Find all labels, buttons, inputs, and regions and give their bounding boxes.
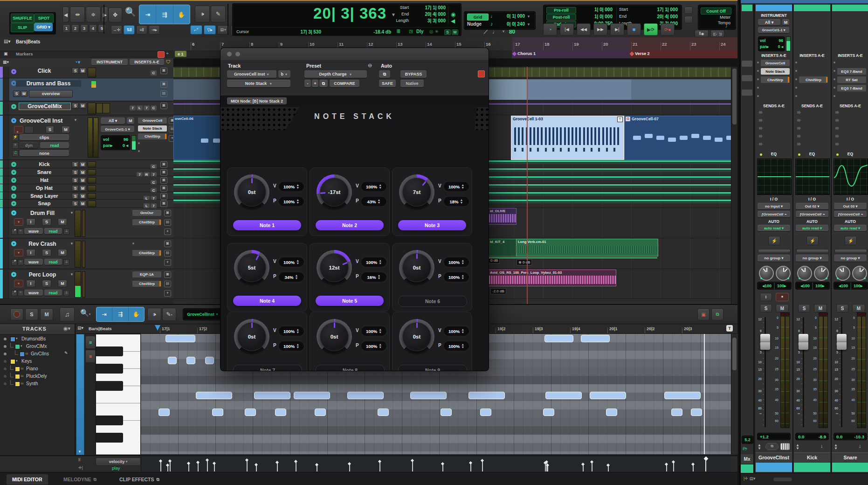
black-key[interactable] (96, 433, 123, 443)
velocity-diamond[interactable] (411, 459, 414, 462)
grid-dropdown[interactable]: ▼ (527, 14, 530, 19)
velocity-diamond[interactable] (206, 458, 209, 462)
midi-zoom-strip[interactable]: ▼ (76, 334, 84, 455)
mic-icon[interactable]: 🎤 (11, 229, 17, 235)
clip-long-verb[interactable]: Long Verb.cm-01 (516, 239, 658, 256)
midi-tree-item-piano[interactable]: шPiano (0, 365, 75, 373)
stepper-arrows-icon[interactable]: ▲▼ (461, 343, 464, 349)
group-button[interactable]: ▣ (160, 103, 167, 109)
postroll-button[interactable]: Post-roll (546, 14, 576, 21)
midi-note[interactable] (347, 392, 384, 399)
track-name[interactable]: Perc Loop (17, 271, 68, 278)
midi-timebase-badge[interactable]: T (726, 325, 733, 332)
midi-note[interactable] (186, 357, 195, 364)
zoom-preset-2[interactable]: 2 (71, 24, 79, 33)
selection-length-value[interactable]: 3| 3| 000 (412, 18, 446, 23)
stepper-arrows-icon[interactable]: ▲▼ (461, 328, 464, 334)
tracks-header-dropdown[interactable]: ◉▾ (63, 326, 70, 332)
note-button-5[interactable]: Note 5 (316, 296, 384, 306)
stepper-arrows-icon[interactable]: ▲▼ (296, 328, 299, 334)
velocity-diamond[interactable] (245, 458, 248, 462)
comments-button[interactable]: ▤ (160, 90, 167, 97)
track-name[interactable]: DrumsndBs (21, 336, 46, 341)
click-enable-button[interactable]: ((♩)) (710, 30, 724, 37)
preset-next-button[interactable]: + (312, 80, 318, 87)
track-expand-arrow[interactable]: ▾ (11, 104, 16, 109)
auto-enable-button[interactable]: ⧉ (379, 70, 390, 78)
probability-field[interactable]: 100%▲▼ (279, 341, 304, 351)
insert-dot[interactable] (757, 87, 759, 89)
insert-dot[interactable] (834, 78, 835, 80)
midi-note[interactable] (212, 409, 223, 416)
velocity-lane[interactable] (141, 457, 731, 471)
mute-button[interactable]: M (58, 218, 67, 226)
midi-note[interactable] (315, 409, 326, 416)
midi-tree-item-synth[interactable]: шSynth (0, 380, 75, 388)
group-button[interactable]: ▣ (160, 201, 167, 207)
midi-tree-item-drumsndbs[interactable]: ▾DrumsndBs (0, 335, 75, 343)
midi-note[interactable] (275, 409, 286, 416)
note-knob-2[interactable]: -17st (317, 174, 352, 210)
audition-tool-button[interactable]: 🕩 (195, 6, 210, 22)
zoom-preset-5[interactable]: 5 (98, 24, 106, 33)
transport-expand-bottom-button[interactable] (684, 16, 693, 23)
input-monitor-button[interactable] (24, 126, 34, 133)
velocity-diamond[interactable] (168, 459, 172, 463)
output-window-icon[interactable]: ⊥ (63, 259, 69, 265)
track-expand-arrow[interactable]: ▾ (11, 272, 16, 277)
track-row-groovecell-inst[interactable]: ▾GrooveCell Inst▼●SM⚡clips✳dynread🎝noneA… (0, 116, 173, 160)
snowflake-icon[interactable]: ✳ (18, 290, 24, 296)
bolt-button[interactable]: ⚡ (768, 236, 780, 245)
velocity-diamond[interactable] (294, 460, 297, 463)
midi-note[interactable] (165, 335, 195, 342)
stepper-arrows-icon[interactable]: ▲▼ (379, 328, 382, 334)
track-view-selector[interactable]: wave (24, 290, 43, 296)
note-button-1[interactable]: Note 1 (233, 220, 301, 230)
output-window-icon[interactable]: ⊥ (63, 290, 69, 296)
plugin-preset-selector[interactable]: Depth Charge ▼ (304, 70, 367, 78)
solo-button[interactable]: S (836, 304, 848, 312)
solo-button[interactable]: S (72, 161, 79, 167)
preroll-value[interactable]: 1| 0| 000 (579, 7, 613, 12)
io-badge[interactable]: C (151, 105, 157, 111)
velocity-diamond[interactable] (481, 459, 484, 462)
probability-field[interactable]: 100%▲▼ (279, 197, 304, 206)
midi-note[interactable] (664, 392, 701, 399)
send-slot[interactable] (759, 118, 763, 122)
send-slot[interactable] (759, 111, 763, 114)
track-row-snap-layer[interactable]: ▾Snap LayerSML7▣ (0, 192, 173, 200)
marker-plus-icon[interactable]: + (166, 51, 169, 56)
automation-mode-selector[interactable]: auto read ▾ (758, 225, 790, 231)
midi-selector-tool[interactable]: ⇶ (112, 307, 128, 321)
midi-view-notes-button[interactable]: ≣ (85, 336, 96, 349)
clip-perc-loop[interactable]: Avid_OS_RS_100_Perc_Loop_Vybez_01-03 (489, 270, 616, 286)
send-slot[interactable] (759, 126, 763, 130)
zoom-preset-4[interactable]: 4 (89, 24, 97, 33)
insert-slot-note-stack[interactable]: Note Stack (138, 125, 167, 132)
bolt-icon[interactable]: ⚡ (12, 134, 19, 141)
group-button[interactable]: ▣ (164, 271, 171, 278)
zoomer-tool-icon[interactable]: 🔍 (125, 7, 136, 17)
folder-arrow-icon[interactable]: ▾ (16, 337, 18, 340)
note-button-6[interactable]: Note 6 (398, 296, 467, 307)
mute-button[interactable]: M (79, 68, 86, 74)
mixer-footer-icons[interactable]: |✛ ▤▾ (744, 476, 755, 481)
midi-mute-button[interactable]: M (782, 19, 789, 25)
bolt-button[interactable]: ⚡ (845, 236, 857, 245)
mute-button[interactable]: M (776, 304, 789, 312)
track-name[interactable]: Hat (19, 177, 70, 183)
visibility-dot[interactable] (4, 345, 7, 348)
gain-badge[interactable]: ⊕ 0 dB (517, 259, 532, 265)
io-badge[interactable]: 7 (144, 105, 150, 111)
visibility-dot[interactable] (4, 353, 7, 355)
plugin-insert-selector[interactable]: Note Stack ▼ (227, 80, 290, 87)
midi-note[interactable] (205, 357, 214, 364)
clip-avid-olive[interactable]: id_OLIVE (489, 208, 517, 225)
tab-melodyne[interactable]: MELODYNE⧉ (58, 474, 102, 485)
insert-dot[interactable] (834, 70, 835, 72)
track-row-drum-fill[interactable]: ▾Drum Fill▼●ISM🎤✳waveread⊥GrnOvrChnlStrp… (0, 208, 173, 238)
preset-prev-button[interactable]: - (304, 80, 311, 87)
automation-mode-selector[interactable]: read (40, 142, 69, 148)
velocity-diamond[interactable] (187, 462, 190, 465)
metronome-icon[interactable]: ◉ ◀ (451, 11, 461, 24)
